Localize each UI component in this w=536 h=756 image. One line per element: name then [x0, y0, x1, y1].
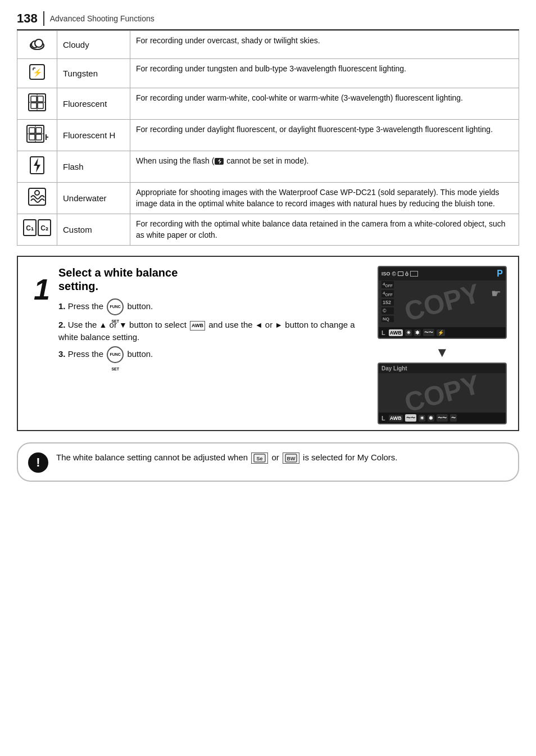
- watermark-1: COPY: [401, 278, 483, 327]
- icon-tungsten: ⚡: [17, 59, 57, 88]
- screen-bottom-bar-2: L AWB 〜〜 ☀ ✱ 〜〜 〜: [379, 413, 506, 423]
- shade-option: ✱: [414, 329, 421, 336]
- svg-text:C₁: C₁: [26, 224, 34, 232]
- tungsten-desc: For recording under tungsten and bulb-ty…: [130, 59, 519, 88]
- camera-screen-1: COPY ISO © ô P 4OFF: [378, 266, 507, 339]
- awb-option: AWB: [389, 329, 403, 336]
- instruction-box: 1 Select a white balancesetting. 1. Pres…: [17, 256, 519, 431]
- svg-text:H: H: [45, 133, 48, 142]
- step-3: 3. Press the FUNCSET button.: [58, 346, 366, 363]
- page-number: 138: [17, 11, 44, 26]
- svg-rect-15: [29, 128, 35, 133]
- page-header: 138 Advanced Shooting Functions: [17, 11, 519, 30]
- icon-underwater: [17, 183, 57, 214]
- note-box: ! The white balance setting cannot be ad…: [17, 442, 519, 482]
- fluorescent-desc: For recording under warm-white, cool-whi…: [130, 88, 519, 120]
- hand-icon: ☛: [491, 287, 501, 300]
- watermark-2: COPY: [401, 369, 483, 418]
- svg-point-2: [35, 39, 43, 47]
- left-icon-5: NQ: [381, 316, 394, 322]
- step-content: Select a white balancesetting. 1. Press …: [58, 257, 372, 430]
- rect-icon: [398, 271, 403, 276]
- day-light-label: Day Light: [381, 365, 407, 372]
- step-2: 2. Use the ▲ or ▼ button to select AWB a…: [58, 319, 366, 343]
- fluorescent-name: Fluorescent: [57, 88, 130, 120]
- custom-name: Custom: [57, 214, 130, 246]
- awb-option-2: AWB: [389, 415, 403, 422]
- step-number: 1: [25, 264, 58, 306]
- cam-icon: ô: [405, 271, 408, 277]
- table-row: Fluorescent For recording under warm-whi…: [17, 88, 519, 120]
- flash-name: Flash: [57, 151, 130, 183]
- flash-option-2: 〜: [450, 414, 457, 422]
- icon-custom: C₁ C₂: [17, 214, 57, 246]
- tungsten-name: Tungsten: [57, 59, 130, 88]
- svg-rect-17: [29, 134, 35, 140]
- down-arrow: ▼: [435, 345, 449, 360]
- awb-icon: AWB: [190, 321, 205, 331]
- fluo-option: 〜〜: [423, 329, 434, 336]
- icon-fluorescent: [17, 88, 57, 120]
- left-icon-2: 4OFF: [381, 290, 394, 297]
- table-row: H Fluorescent H For recording under dayl…: [17, 120, 519, 151]
- screen-label-2: L: [381, 415, 385, 422]
- icon-fluorescent-h: H: [17, 120, 57, 151]
- func-set-button-2: FUNCSET: [107, 346, 124, 363]
- fluorescent-h-name: Fluorescent H: [57, 120, 130, 151]
- custom-desc: For recording with the optimal white bal…: [130, 214, 519, 246]
- circle-icon: ©: [392, 271, 396, 277]
- fluorescent-h-desc: For recording under daylight fluorescent…: [130, 120, 519, 151]
- table-row: C₁ C₂ Custom For recording with the opti…: [17, 214, 519, 246]
- table-row: ⚡ Tungsten For recording under tungsten …: [17, 59, 519, 88]
- screen-top-bar-1: ISO © ô P: [379, 267, 506, 280]
- note-text: The white balance setting cannot be adju…: [56, 451, 397, 464]
- bw-icon: BW: [283, 452, 299, 464]
- left-icon-4: ©: [381, 307, 394, 314]
- left-icon-3: 152: [381, 299, 394, 306]
- svg-text:⚡: ⚡: [33, 68, 43, 78]
- svg-rect-9: [38, 96, 43, 102]
- left-icon-1: 4OFF: [381, 281, 394, 288]
- sun-option-2: 〜〜: [405, 414, 416, 422]
- step-heading: Select a white balancesetting.: [58, 266, 366, 293]
- svg-text:C₂: C₂: [40, 224, 48, 232]
- svg-rect-18: [36, 134, 42, 140]
- se-icon: Se: [251, 452, 268, 464]
- table-row: Flash When using the flash ( cannot be s…: [17, 151, 519, 183]
- camera-screens: COPY ISO © ô P 4OFF: [372, 257, 518, 430]
- svg-rect-16: [36, 128, 42, 133]
- sun-option: ☀: [405, 329, 412, 336]
- cloudy-name: Cloudy: [57, 31, 130, 59]
- camera-screen-2: COPY Day Light L AWB 〜〜 ☀ ✱ 〜〜 〜: [378, 363, 507, 424]
- iso-icon: ISO: [381, 271, 390, 277]
- svg-rect-8: [31, 96, 37, 102]
- fluo-option-2: ✱: [428, 415, 434, 422]
- chapter-title: Advanced Shooting Functions: [50, 14, 155, 23]
- func-set-button-1: FUNCSET: [107, 298, 124, 315]
- screen-top-icons: ISO © ô: [381, 271, 418, 277]
- svg-text:BW: BW: [287, 456, 295, 461]
- screen-top-bar-2: Day Light: [379, 364, 506, 373]
- icon-cloudy: [17, 31, 57, 59]
- screen-left-icons: 4OFF 4OFF 152 © NQ: [381, 281, 394, 322]
- fluo2-option-2: 〜〜: [437, 414, 448, 422]
- page: 138 Advanced Shooting Functions Cloudy F…: [0, 0, 536, 499]
- svg-rect-10: [31, 103, 37, 108]
- underwater-name: Underwater: [57, 183, 130, 214]
- screen-label-1: L: [381, 329, 385, 336]
- flash-option: ⚡: [437, 329, 445, 336]
- svg-rect-11: [38, 103, 43, 108]
- cloudy-desc: For recording under overcast, shady or t…: [130, 31, 519, 59]
- shade-option-2: ☀: [419, 415, 425, 422]
- table-row: Underwater Appropriate for shooting imag…: [17, 183, 519, 214]
- underwater-desc: Appropriate for shooting images with the…: [130, 183, 519, 214]
- screen-bottom-bar-1: L AWB ☀ ✱ 〜〜 ⚡: [379, 327, 506, 338]
- p-indicator: P: [497, 269, 503, 279]
- table-row: Cloudy For recording under overcast, sha…: [17, 31, 519, 59]
- svg-marker-23: [34, 158, 40, 173]
- flash-desc: When using the flash ( cannot be set in …: [130, 151, 519, 183]
- rect2-icon: [410, 271, 418, 277]
- step-1: 1. Press the FUNCSET button.: [58, 298, 366, 315]
- wb-table: Cloudy For recording under overcast, sha…: [17, 30, 519, 246]
- note-icon: !: [28, 452, 48, 473]
